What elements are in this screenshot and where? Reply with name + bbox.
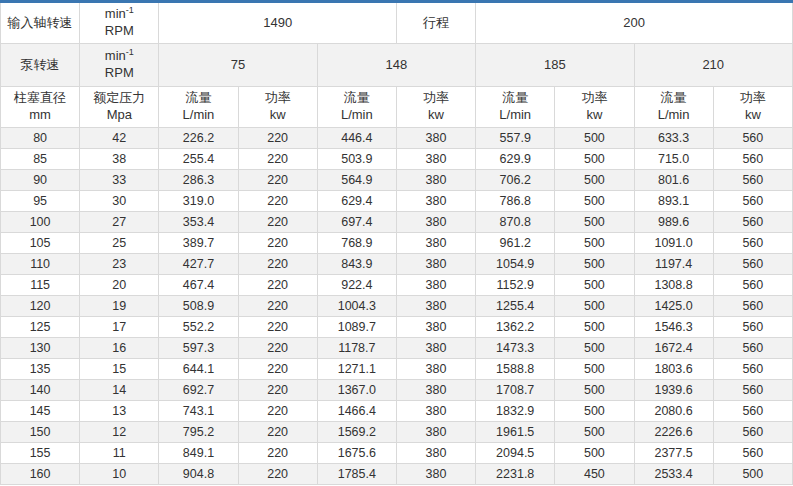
cell-rated_pressure_Mpa: 15 xyxy=(80,359,159,380)
cell-flow_Lmin_at_75rpm: 743.1 xyxy=(159,401,238,422)
cell-power_kw_at_210rpm: 560 xyxy=(713,191,792,212)
cell-plunger_diameter_mm: 160 xyxy=(1,464,80,485)
table-row: 8538255.4220503.9380629.9500715.0560 xyxy=(1,149,793,170)
cell-power_kw_at_75rpm: 220 xyxy=(238,275,317,296)
cell-power_kw_at_148rpm: 380 xyxy=(396,401,475,422)
cell-power_kw_at_210rpm: 560 xyxy=(713,170,792,191)
cell-power_kw_at_185rpm: 500 xyxy=(555,212,634,233)
table-row: 14513743.12201466.43801832.95002080.6560 xyxy=(1,401,793,422)
cell-flow_Lmin_at_148rpm: 1569.2 xyxy=(317,422,396,443)
cell-power_kw_at_148rpm: 380 xyxy=(396,212,475,233)
flow-unit: L/min xyxy=(318,107,396,124)
cell-plunger_diameter_mm: 120 xyxy=(1,296,80,317)
cell-power_kw_at_75rpm: 220 xyxy=(238,170,317,191)
cell-plunger_diameter_mm: 110 xyxy=(1,254,80,275)
cell-flow_Lmin_at_185rpm: 557.9 xyxy=(476,128,555,149)
cell-flow_Lmin_at_148rpm: 1785.4 xyxy=(317,464,396,485)
cell-flow_Lmin_at_210rpm: 893.1 xyxy=(634,191,713,212)
cell-power_kw_at_148rpm: 380 xyxy=(396,380,475,401)
cell-power_kw_at_75rpm: 220 xyxy=(238,296,317,317)
plunger-diameter-unit: mm xyxy=(1,107,79,124)
cell-flow_Lmin_at_210rpm: 633.3 xyxy=(634,128,713,149)
cell-power_kw_at_210rpm: 560 xyxy=(713,275,792,296)
flow-unit: L/min xyxy=(159,107,237,124)
power-unit: kw xyxy=(555,107,633,124)
cell-flow_Lmin_at_148rpm: 503.9 xyxy=(317,149,396,170)
table-row: 12019508.92201004.33801255.45001425.0560 xyxy=(1,296,793,317)
cell-power_kw_at_75rpm: 220 xyxy=(238,191,317,212)
cell-flow_Lmin_at_185rpm: 1588.8 xyxy=(476,359,555,380)
cell-flow_Lmin_at_210rpm: 1803.6 xyxy=(634,359,713,380)
cell-flow_Lmin_at_210rpm: 989.6 xyxy=(634,212,713,233)
cell-plunger_diameter_mm: 90 xyxy=(1,170,80,191)
table-row: 12517552.22201089.73801362.25001546.3560 xyxy=(1,317,793,338)
pump-speed-label: 泵转速 xyxy=(1,44,80,87)
power-label: 功率 xyxy=(555,90,633,107)
cell-flow_Lmin_at_75rpm: 286.3 xyxy=(159,170,238,191)
cell-flow_Lmin_at_148rpm: 629.4 xyxy=(317,191,396,212)
cell-flow_Lmin_at_75rpm: 467.4 xyxy=(159,275,238,296)
cell-flow_Lmin_at_75rpm: 904.8 xyxy=(159,464,238,485)
power-label: 功率 xyxy=(239,90,317,107)
table-row: 14014692.72201367.03801708.75001939.6560 xyxy=(1,380,793,401)
cell-power_kw_at_210rpm: 560 xyxy=(713,338,792,359)
cell-flow_Lmin_at_185rpm: 1473.3 xyxy=(476,338,555,359)
cell-plunger_diameter_mm: 95 xyxy=(1,191,80,212)
pump-speed-value-185: 185 xyxy=(476,44,634,87)
pump-speed-value-210: 210 xyxy=(634,44,793,87)
flow-label: 流量 xyxy=(476,90,554,107)
cell-flow_Lmin_at_75rpm: 552.2 xyxy=(159,317,238,338)
cell-power_kw_at_75rpm: 220 xyxy=(238,128,317,149)
cell-flow_Lmin_at_148rpm: 843.9 xyxy=(317,254,396,275)
cell-flow_Lmin_at_210rpm: 2080.6 xyxy=(634,401,713,422)
stroke-value: 200 xyxy=(476,2,793,44)
cell-plunger_diameter_mm: 115 xyxy=(1,275,80,296)
power-label: 功率 xyxy=(397,90,475,107)
cell-flow_Lmin_at_210rpm: 1091.0 xyxy=(634,233,713,254)
cell-flow_Lmin_at_185rpm: 1054.9 xyxy=(476,254,555,275)
cell-flow_Lmin_at_148rpm: 1178.7 xyxy=(317,338,396,359)
power-unit: kw xyxy=(714,107,792,124)
cell-flow_Lmin_at_185rpm: 1362.2 xyxy=(476,317,555,338)
cell-power_kw_at_185rpm: 500 xyxy=(555,317,634,338)
col-header-flow-3: 流量 L/min xyxy=(476,87,555,128)
cell-plunger_diameter_mm: 85 xyxy=(1,149,80,170)
cell-rated_pressure_Mpa: 19 xyxy=(80,296,159,317)
cell-power_kw_at_75rpm: 220 xyxy=(238,338,317,359)
cell-rated_pressure_Mpa: 38 xyxy=(80,149,159,170)
col-header-power-2: 功率 kw xyxy=(396,87,475,128)
cell-power_kw_at_148rpm: 380 xyxy=(396,359,475,380)
cell-flow_Lmin_at_75rpm: 644.1 xyxy=(159,359,238,380)
cell-power_kw_at_148rpm: 380 xyxy=(396,254,475,275)
cell-rated_pressure_Mpa: 10 xyxy=(80,464,159,485)
cell-plunger_diameter_mm: 150 xyxy=(1,422,80,443)
cell-power_kw_at_185rpm: 500 xyxy=(555,359,634,380)
unit-exponent: -1 xyxy=(126,5,134,15)
unit-exponent: -1 xyxy=(126,47,134,57)
table-row: 10027353.4220697.4380870.8500989.6560 xyxy=(1,212,793,233)
table-row: 11023427.7220843.93801054.95001197.4560 xyxy=(1,254,793,275)
cell-power_kw_at_185rpm: 450 xyxy=(555,464,634,485)
cell-power_kw_at_210rpm: 500 xyxy=(713,464,792,485)
table-row: 15511849.12201675.63802094.55002377.5560 xyxy=(1,443,793,464)
cell-rated_pressure_Mpa: 16 xyxy=(80,338,159,359)
cell-flow_Lmin_at_148rpm: 1367.0 xyxy=(317,380,396,401)
cell-power_kw_at_148rpm: 380 xyxy=(396,464,475,485)
cell-flow_Lmin_at_185rpm: 1832.9 xyxy=(476,401,555,422)
cell-plunger_diameter_mm: 130 xyxy=(1,338,80,359)
pump-spec-table: 输入轴转速 min-1 RPM 1490 行程 200 泵转速 min-1 R xyxy=(0,0,793,485)
cell-power_kw_at_210rpm: 560 xyxy=(713,128,792,149)
cell-flow_Lmin_at_210rpm: 1308.8 xyxy=(634,275,713,296)
cell-power_kw_at_148rpm: 380 xyxy=(396,443,475,464)
cell-plunger_diameter_mm: 125 xyxy=(1,317,80,338)
rated-pressure-label: 额定压力 xyxy=(80,90,158,107)
cell-plunger_diameter_mm: 105 xyxy=(1,233,80,254)
col-header-power-1: 功率 kw xyxy=(238,87,317,128)
stroke-label: 行程 xyxy=(396,2,475,44)
cell-rated_pressure_Mpa: 30 xyxy=(80,191,159,212)
cell-flow_Lmin_at_210rpm: 2226.6 xyxy=(634,422,713,443)
cell-flow_Lmin_at_185rpm: 1152.9 xyxy=(476,275,555,296)
cell-rated_pressure_Mpa: 20 xyxy=(80,275,159,296)
cell-power_kw_at_148rpm: 380 xyxy=(396,296,475,317)
cell-power_kw_at_75rpm: 220 xyxy=(238,212,317,233)
